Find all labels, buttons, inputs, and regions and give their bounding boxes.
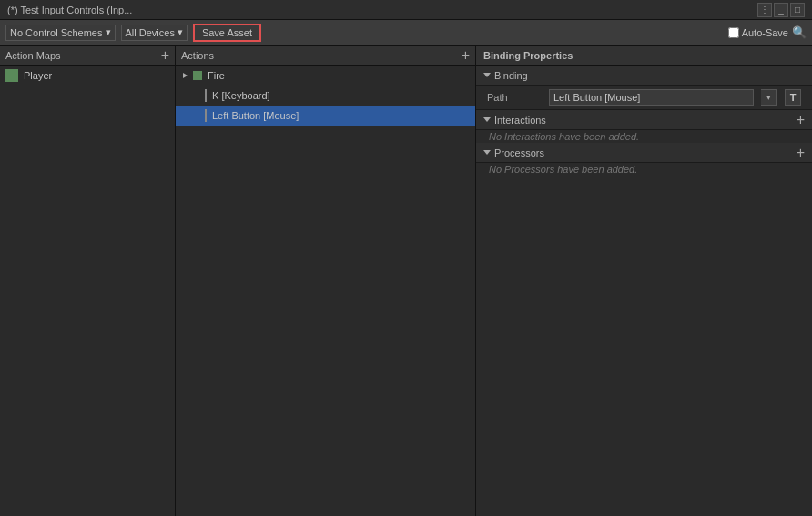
devices-dropdown[interactable]: All Devices ▾ (121, 25, 188, 41)
interactions-empty: No Interactions have been added. (476, 130, 812, 143)
interactions-section-triangle (483, 117, 491, 122)
processors-empty: No Processors have been added. (476, 163, 812, 176)
actions-pane-header: Actions + (176, 46, 475, 66)
action-map-item-player[interactable]: Player (0, 66, 175, 86)
action-group-triangle (183, 73, 188, 78)
add-processor-button[interactable]: + (797, 145, 805, 161)
title-bar-text: (*) Test Input Controls (Inp... (7, 5, 132, 15)
processors-section-header-left: Processors (483, 147, 544, 158)
control-schemes-label: No Control Schemes (10, 27, 103, 38)
title-bar: (*) Test Input Controls (Inp... ⋮ _ □ (0, 0, 812, 20)
binding-section-triangle (483, 73, 491, 77)
binding-section-title: Binding (494, 70, 528, 81)
action-group-icon (193, 71, 202, 80)
binding-props-title: Binding Properties (483, 50, 573, 61)
binding-item-mouse-icon (205, 109, 207, 122)
control-schemes-chevron: ▾ (106, 26, 111, 38)
processors-section-triangle (483, 150, 491, 155)
auto-save-label: Auto-Save (728, 27, 788, 38)
auto-save-area: Auto-Save 🔍 (728, 25, 807, 39)
binding-path-t-button[interactable]: T (785, 89, 801, 106)
search-button[interactable]: 🔍 (792, 25, 807, 39)
devices-chevron: ▾ (178, 26, 183, 38)
binding-item-keyboard[interactable]: K [Keyboard] (176, 86, 475, 106)
interactions-section-title: Interactions (494, 115, 546, 126)
more-options-button[interactable]: ⋮ (757, 3, 772, 17)
action-group-label: Fire (208, 70, 225, 81)
binding-item-mouse-label: Left Button [Mouse] (212, 110, 299, 121)
minimize-button[interactable]: _ (774, 3, 788, 17)
interactions-section-header-left: Interactions (483, 115, 546, 126)
binding-section-header[interactable]: Binding (476, 66, 812, 86)
binding-item-icon (205, 89, 207, 102)
control-schemes-dropdown[interactable]: No Control Schemes ▾ (5, 25, 116, 41)
processors-section-title: Processors (494, 147, 544, 158)
binding-path-row: Path Left Button [Mouse] ▾ T (476, 86, 812, 110)
binding-props-header: Binding Properties (476, 46, 812, 66)
actions-list: Fire K [Keyboard] Left Button [Mouse] (176, 66, 475, 516)
action-map-icon (5, 69, 18, 82)
action-group-fire[interactable]: Fire (176, 66, 475, 86)
action-map-label: Player (24, 70, 52, 81)
devices-label: All Devices (126, 27, 175, 38)
action-maps-pane-header: Action Maps + (0, 46, 175, 66)
title-bar-left: (*) Test Input Controls (Inp... (7, 5, 132, 15)
add-action-button[interactable]: + (462, 48, 470, 63)
main-layout: Action Maps + Player Actions + Fire (0, 46, 812, 516)
add-interaction-button[interactable]: + (797, 112, 805, 128)
binding-props-pane: Binding Properties Binding Path Left But… (476, 46, 812, 516)
binding-item-mouse[interactable]: Left Button [Mouse] (176, 106, 475, 126)
binding-path-dropdown-button[interactable]: ▾ (761, 89, 777, 106)
binding-item-label: K [Keyboard] (212, 90, 270, 101)
action-maps-pane: Action Maps + Player (0, 46, 176, 516)
auto-save-checkbox[interactable] (728, 27, 739, 38)
actions-title: Actions (181, 50, 214, 61)
maximize-button[interactable]: □ (790, 3, 805, 17)
title-bar-controls: ⋮ _ □ (757, 3, 805, 17)
save-asset-button[interactable]: Save Asset (193, 24, 261, 42)
add-action-map-button[interactable]: + (161, 48, 169, 63)
toolbar: No Control Schemes ▾ All Devices ▾ Save … (0, 20, 812, 46)
action-maps-title: Action Maps (5, 50, 61, 61)
binding-path-value[interactable]: Left Button [Mouse] (549, 89, 754, 106)
binding-path-label: Path (487, 92, 542, 103)
action-maps-list: Player (0, 66, 175, 516)
binding-section-header-left: Binding (483, 70, 528, 81)
processors-empty-message: No Processors have been added. (476, 158, 650, 180)
actions-pane: Actions + Fire K [Keyboard] Left Button … (176, 46, 476, 516)
